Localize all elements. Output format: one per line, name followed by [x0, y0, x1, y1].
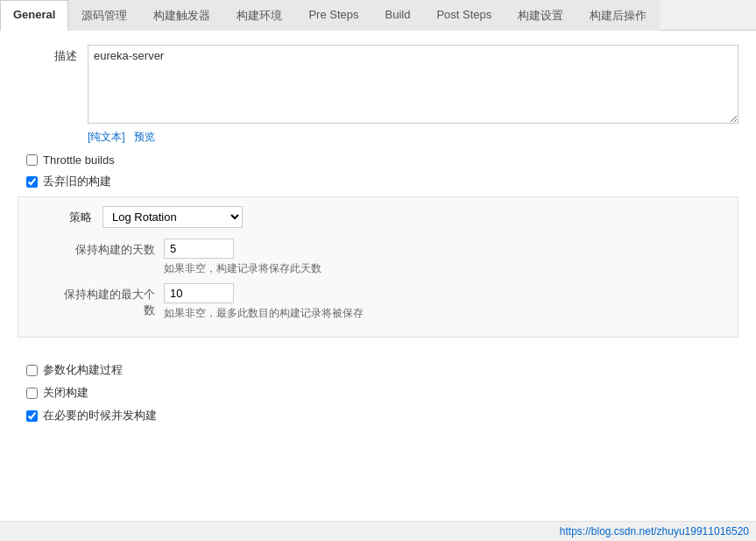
keep-days-control: 如果非空，构建记录将保存此天数 — [164, 238, 724, 276]
throttle-builds-checkbox[interactable] — [26, 154, 38, 166]
param-build-checkbox[interactable] — [26, 365, 38, 376]
strategy-section: 策略 Log Rotation None 保持构建的天数 如果非空，构建记录将保… — [18, 196, 738, 338]
preview-link[interactable]: 预览 — [134, 131, 155, 143]
divider — [18, 346, 738, 355]
close-build-checkbox[interactable] — [26, 388, 38, 399]
keep-max-input[interactable] — [164, 283, 234, 303]
keep-days-label: 保持构建的天数 — [59, 238, 164, 258]
discard-old-label[interactable]: 丢弃旧的构建 — [43, 174, 111, 189]
description-row: 描述 eureka-server [纯文本] 预览 — [18, 45, 738, 145]
auto-build-label[interactable]: 在必要的时候并发构建 — [43, 408, 157, 424]
tab-env[interactable]: 构建环境 — [223, 0, 295, 31]
tab-presteps[interactable]: Pre Steps — [295, 0, 371, 31]
throttle-builds-row: Throttle builds — [18, 153, 738, 167]
strategy-row: 策略 Log Rotation None — [32, 206, 724, 228]
keep-max-row: 保持构建的最大个数 如果非空，最多此数目的构建记录将被保存 — [59, 283, 724, 321]
tab-source[interactable]: 源码管理 — [68, 0, 140, 31]
throttle-builds-label[interactable]: Throttle builds — [43, 153, 115, 167]
description-control: eureka-server [纯文本] 预览 — [88, 45, 738, 145]
auto-build-row: 在必要的时候并发构建 — [18, 408, 738, 424]
keep-days-hint: 如果非空，构建记录将保存此天数 — [164, 261, 724, 276]
tab-build[interactable]: Build — [372, 0, 424, 31]
main-content: 描述 eureka-server [纯文本] 预览 Throttle build… — [0, 31, 756, 530]
tab-trigger[interactable]: 构建触发器 — [140, 0, 223, 31]
sub-form: 保持构建的天数 如果非空，构建记录将保存此天数 保持构建的最大个数 如果非空，最… — [32, 238, 724, 321]
text-links: [纯文本] 预览 — [88, 130, 738, 145]
keep-days-input[interactable] — [164, 238, 234, 259]
strategy-select[interactable]: Log Rotation None — [102, 206, 243, 228]
keep-max-control: 如果非空，最多此数目的构建记录将被保存 — [164, 283, 724, 321]
keep-max-hint: 如果非空，最多此数目的构建记录将被保存 — [164, 306, 724, 321]
keep-days-row: 保持构建的天数 如果非空，构建记录将保存此天数 — [59, 238, 724, 276]
tab-settings[interactable]: 构建设置 — [505, 0, 576, 31]
discard-old-checkbox[interactable] — [26, 176, 38, 188]
param-build-label[interactable]: 参数化构建过程 — [43, 362, 123, 378]
description-input[interactable]: eureka-server — [88, 45, 738, 124]
keep-max-label: 保持构建的最大个数 — [59, 283, 164, 318]
footer-link[interactable]: https://blog.csdn.net/zhuyu19911016520 — [560, 525, 749, 530]
tab-general[interactable]: General — [0, 0, 68, 31]
discard-old-row: 丢弃旧的构建 — [18, 174, 738, 189]
close-build-label[interactable]: 关闭构建 — [43, 385, 88, 401]
tab-postbuild[interactable]: 构建后操作 — [576, 0, 660, 31]
strategy-label: 策略 — [32, 210, 102, 225]
auto-build-checkbox[interactable] — [26, 410, 38, 422]
description-label: 描述 — [18, 45, 88, 64]
param-build-row: 参数化构建过程 — [18, 362, 738, 378]
tab-bar: General 源码管理 构建触发器 构建环境 Pre Steps Build … — [0, 0, 756, 31]
close-build-row: 关闭构建 — [18, 385, 738, 401]
plain-text-link[interactable]: [纯文本] — [88, 131, 125, 143]
tab-poststeps[interactable]: Post Steps — [423, 0, 505, 31]
footer-bar: https://blog.csdn.net/zhuyu19911016520 — [0, 521, 756, 530]
